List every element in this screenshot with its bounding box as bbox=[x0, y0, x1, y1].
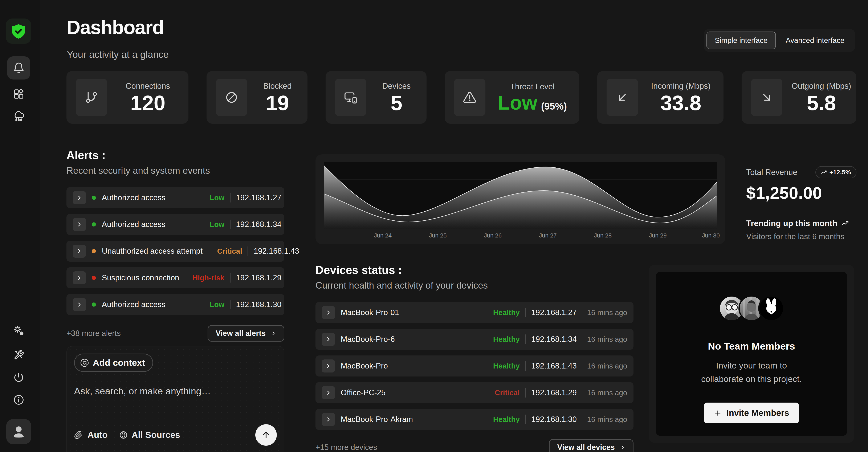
chevron-right-icon bbox=[271, 331, 276, 336]
composer-toolbar: Auto All Sources bbox=[74, 424, 277, 446]
sidebar-item-settings[interactable] bbox=[7, 319, 30, 342]
team-description-line1: Invite your team to bbox=[701, 359, 802, 372]
simple-interface-button[interactable]: Simple interface bbox=[707, 32, 776, 49]
chevron-right-icon bbox=[76, 248, 82, 254]
expand-device-button[interactable] bbox=[322, 413, 335, 426]
expand-alert-button[interactable] bbox=[73, 271, 86, 284]
area-chart bbox=[324, 162, 717, 229]
divider bbox=[525, 361, 526, 371]
send-button[interactable] bbox=[255, 424, 277, 446]
device-last-seen: 16 mins ago bbox=[581, 415, 627, 424]
invite-members-label: Invite Members bbox=[726, 408, 789, 418]
info-icon bbox=[13, 394, 25, 406]
alert-row[interactable]: Authorized access Low 192.168.1.27 bbox=[66, 187, 284, 208]
device-last-seen: 16 mins ago bbox=[581, 335, 627, 343]
device-last-seen: 16 mins ago bbox=[581, 389, 627, 397]
auto-mode-button[interactable]: Auto bbox=[88, 430, 108, 440]
stat-threat-percent: (95%) bbox=[541, 100, 567, 112]
ai-composer-panel: Add context Ask, search, or make anythin… bbox=[66, 346, 284, 452]
stat-card-devices: Devices 5 bbox=[326, 71, 427, 124]
device-row[interactable]: MacBook-Pro-01 Healthy 192.168.1.27 16 m… bbox=[315, 302, 633, 323]
chevron-right-icon bbox=[326, 390, 331, 396]
page-subtitle: Your activity at a glance bbox=[67, 49, 169, 60]
team-description-line2: collaborate on this project. bbox=[701, 372, 802, 386]
device-row[interactable]: MacBook-Pro-6 Healthy 192.168.1.34 16 mi… bbox=[315, 329, 633, 350]
alerts-section: Alerts : Recent security and system even… bbox=[66, 149, 284, 341]
view-all-alerts-label: View all alerts bbox=[216, 329, 266, 338]
warning-triangle-icon bbox=[454, 79, 486, 116]
revenue-label: Total Revenue bbox=[746, 168, 797, 177]
page-title: Dashboard bbox=[66, 17, 164, 38]
expand-device-button[interactable] bbox=[322, 333, 335, 346]
blocks-icon bbox=[13, 88, 25, 100]
sidebar-item-cloud-network[interactable] bbox=[7, 105, 30, 128]
alert-severity: Low bbox=[191, 193, 224, 202]
device-row[interactable]: MacBook-Pro Healthy 192.168.1.43 16 mins… bbox=[315, 356, 633, 376]
alert-label: Unauthorized access attempt bbox=[102, 247, 203, 255]
x-tick: Jun 29 bbox=[649, 232, 667, 239]
alert-label: Authorized access bbox=[102, 300, 165, 309]
device-row[interactable]: MacBook-Pro-Akram Healthy 192.168.1.30 1… bbox=[315, 409, 633, 430]
globe-icon bbox=[119, 430, 128, 440]
alert-row[interactable]: Unauthorized access attempt Critical 192… bbox=[66, 241, 284, 262]
team-card: No Team Members Invite your team to coll… bbox=[649, 265, 854, 443]
device-last-seen: 16 mins ago bbox=[581, 362, 627, 370]
add-context-button[interactable]: Add context bbox=[74, 354, 153, 372]
chevron-right-icon bbox=[76, 195, 82, 201]
device-name: MacBook-Pro-01 bbox=[341, 308, 399, 317]
device-ip: 192.168.1.27 bbox=[531, 308, 576, 317]
interface-toggle: Simple interface Avanced interface bbox=[704, 29, 855, 52]
composer-input[interactable]: Ask, search, or make anything… bbox=[74, 386, 277, 397]
view-all-alerts-button[interactable]: View all alerts bbox=[208, 325, 284, 341]
device-status: Critical bbox=[488, 389, 520, 397]
user-avatar-icon bbox=[10, 423, 27, 440]
all-sources-button[interactable]: All Sources bbox=[119, 430, 180, 440]
alert-severity: Critical bbox=[209, 247, 242, 255]
invite-members-button[interactable]: Invite Members bbox=[704, 402, 799, 423]
device-row[interactable]: Office-PC-25 Critical 192.168.1.29 16 mi… bbox=[315, 382, 633, 403]
sidebar-item-blocks[interactable] bbox=[7, 83, 30, 106]
sidebar-item-notifications[interactable] bbox=[7, 56, 30, 80]
device-status: Healthy bbox=[488, 415, 520, 424]
alert-row[interactable]: Authorized access Low 192.168.1.34 bbox=[66, 214, 284, 235]
sidebar-item-tools[interactable] bbox=[7, 343, 30, 366]
bell-icon bbox=[13, 62, 25, 74]
expand-device-button[interactable] bbox=[322, 386, 335, 399]
alert-label: Authorized access bbox=[102, 220, 165, 229]
expand-alert-button[interactable] bbox=[73, 298, 86, 311]
device-ip: 192.168.1.43 bbox=[531, 362, 576, 370]
alert-severity: Low bbox=[191, 300, 224, 309]
team-description: Invite your team to collaborate on this … bbox=[701, 359, 802, 386]
expand-device-button[interactable] bbox=[322, 359, 335, 372]
sidebar-user-avatar[interactable] bbox=[6, 419, 31, 444]
alert-row[interactable]: Authorized access Low 192.168.1.30 bbox=[66, 294, 284, 315]
alert-row[interactable]: Suspicious connection High-risk 192.168.… bbox=[66, 267, 284, 289]
expand-alert-button[interactable] bbox=[73, 218, 86, 231]
alert-severity: Low bbox=[191, 220, 224, 229]
revenue-change-value: +12.5% bbox=[829, 169, 851, 176]
arrow-down-right-icon bbox=[751, 79, 782, 116]
advanced-interface-button[interactable]: Avanced interface bbox=[778, 32, 852, 49]
stat-label: Incoming (Mbps) bbox=[651, 82, 711, 91]
expand-device-button[interactable] bbox=[322, 306, 335, 319]
expand-alert-button[interactable] bbox=[73, 191, 86, 204]
tools-icon bbox=[13, 349, 25, 361]
alert-ip: 192.168.1.30 bbox=[236, 300, 278, 309]
expand-alert-button[interactable] bbox=[73, 245, 86, 258]
severity-dot bbox=[92, 249, 96, 253]
divider bbox=[248, 246, 248, 256]
device-last-seen: 16 mins ago bbox=[581, 308, 627, 317]
divider bbox=[230, 193, 230, 203]
device-name: MacBook-Pro bbox=[341, 362, 388, 370]
stat-card-incoming: Incoming (Mbps) 33.8 bbox=[597, 71, 723, 124]
sidebar-item-power[interactable] bbox=[7, 366, 30, 389]
divider bbox=[525, 415, 526, 424]
sidebar-item-info[interactable] bbox=[7, 388, 30, 412]
view-all-devices-button[interactable]: View all devices bbox=[549, 439, 633, 452]
chevron-right-icon bbox=[620, 445, 625, 450]
stat-card-connections: Connections 120 bbox=[66, 71, 188, 124]
chart-waves bbox=[324, 162, 717, 229]
paperclip-icon[interactable] bbox=[74, 430, 83, 440]
device-name: MacBook-Pro-6 bbox=[341, 335, 395, 344]
x-tick: Jun 28 bbox=[594, 232, 612, 239]
